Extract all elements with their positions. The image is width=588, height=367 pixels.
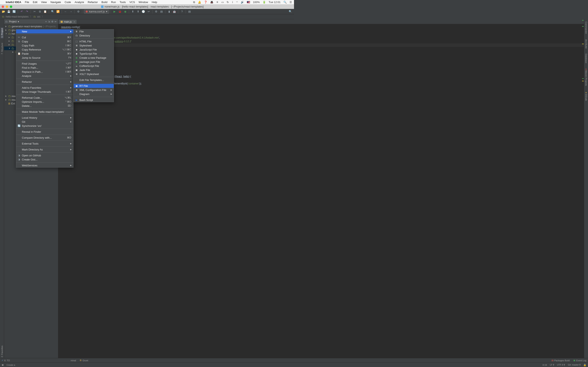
battery-percent[interactable]: 100% — [253, 1, 260, 4]
run-configuration-dropdown[interactable]: ⬣ karma.conf.js ▾ — [84, 9, 109, 14]
maximize-window-button[interactable] — [10, 6, 12, 8]
hat-icon[interactable]: 🎩 — [210, 1, 213, 4]
battery-icon[interactable]: 🔋 — [263, 1, 266, 4]
menu-item-webservices[interactable]: WebServices — [16, 163, 73, 167]
menu-item-find-usages[interactable]: Find Usages⌥F7 — [16, 62, 73, 66]
breadcrumb-src[interactable]: src — [37, 15, 40, 18]
submenu-item-js-file[interactable]: ◆JavaScript File — [74, 48, 114, 52]
device-icon[interactable]: ▮ — [167, 9, 171, 14]
wifi-icon[interactable]: ⌔ — [236, 1, 238, 4]
menu-item-local-history[interactable]: Local History — [16, 116, 73, 120]
menu-vcs[interactable]: VCS — [130, 1, 135, 4]
tab-project[interactable]: 1: Project — [1, 27, 3, 38]
help-circle-icon[interactable]: ❓ — [204, 1, 207, 4]
submenu-item-rt-file[interactable]: ▣RT File — [74, 84, 114, 88]
menu-item-compare-directory[interactable]: Compare Directory with...⌘D — [16, 136, 73, 140]
minimize-window-button[interactable] — [6, 6, 8, 8]
menu-view[interactable]: View — [41, 1, 47, 4]
hide-icon[interactable]: ⇤ — [55, 20, 57, 23]
project-pane-header[interactable]: 🗀 Project ▾ ⌖ ⇲ ⚙︎ ⇤ — [4, 19, 58, 24]
cut-icon[interactable]: ✂︎ — [32, 9, 37, 14]
submenu-item-file[interactable]: 🗎File — [74, 29, 114, 33]
menu-tools[interactable]: Tools — [120, 1, 126, 4]
menu-item-reveal-in-finder[interactable]: Reveal in Finder — [16, 130, 73, 134]
volume-icon[interactable]: 🔊 — [241, 1, 244, 4]
sync-icon[interactable]: 🔄 — [12, 9, 16, 14]
collapse-all-icon[interactable]: ⇲ — [48, 20, 50, 23]
tab-structure[interactable]: 7: Structure — [1, 42, 3, 55]
debug-icon[interactable]: 🐞 — [118, 9, 122, 14]
menu-icon[interactable]: ☰ — [290, 1, 292, 4]
help-icon[interactable]: ? — [180, 9, 184, 14]
close-window-button[interactable] — [2, 6, 4, 8]
menu-item-external-tools[interactable]: External Tools — [16, 142, 73, 146]
android-icon[interactable]: 🤖 — [172, 9, 177, 14]
settings-icon[interactable]: ⚙︎ — [154, 9, 158, 14]
menu-item-create-gist[interactable]: ◑Create Gist... — [16, 157, 73, 161]
forward-icon[interactable]: → — [69, 9, 73, 14]
menu-edit[interactable]: Edit — [33, 1, 37, 4]
menu-navigate[interactable]: Navigate — [51, 1, 61, 4]
submenu-item-ts-file[interactable]: ◆TypeScript File — [74, 52, 114, 56]
editor-tab-mainjs[interactable]: main.js × — [59, 20, 77, 24]
make-project-icon[interactable]: ⚙︎ — [76, 9, 81, 14]
submenu-item-bash-script[interactable]: ▶Bash Script — [74, 98, 114, 102]
submenu-item-html-file[interactable]: ⬚HTML File — [74, 39, 114, 43]
display-icon[interactable]: ▭ — [221, 1, 224, 4]
menu-item-copy[interactable]: ⧉Copy⌘C — [16, 39, 73, 43]
copy-icon[interactable]: ⧉ — [38, 9, 42, 14]
chevron-down-icon[interactable]: ▾ — [18, 20, 19, 23]
submenu-item-diagram[interactable]: Diagram — [74, 92, 114, 96]
vcs-commit-icon[interactable]: ⬆︎ — [136, 9, 140, 14]
menu-item-copy-reference[interactable]: Copy Reference⌥⇧⌘C — [16, 48, 73, 52]
menu-item-add-to-favorites[interactable]: Add to Favorites — [16, 86, 73, 90]
vcs-update-icon[interactable]: ⬇︎ — [130, 9, 135, 14]
menu-item-make-module[interactable]: Make Module 'hello-react-templates' — [16, 110, 73, 114]
submenu-item-directory[interactable]: 🗀Directory — [74, 33, 114, 38]
back-icon[interactable]: ← — [63, 9, 68, 14]
menu-item-synchronize[interactable]: 🔄Synchronize 'src' — [16, 124, 73, 128]
menu-refactor[interactable]: Refactor — [88, 1, 98, 4]
menu-item-optimize-imports[interactable]: Optimize Imports...⌃⌘O — [16, 100, 73, 104]
clock[interactable]: Tue 12:01 — [269, 1, 281, 4]
save-all-icon[interactable]: 💾 — [7, 9, 11, 14]
submenu-item-edit-file-templates[interactable]: Edit File Templates... — [74, 78, 114, 82]
app-name[interactable]: IntelliJ IDEA — [6, 1, 21, 4]
paste-icon[interactable]: 📋 — [43, 9, 47, 14]
menu-window[interactable]: Window — [139, 1, 148, 4]
navigation-bar[interactable]: 🗀 hello-react-templates 〉 🗀 src 〉 — [0, 14, 294, 19]
menu-run[interactable]: Run — [111, 1, 116, 4]
menu-item-analyze[interactable]: Analyze — [16, 74, 73, 78]
replace-icon[interactable]: 🔁 — [56, 9, 60, 14]
menu-item-mark-directory-as[interactable]: Mark Directory As — [16, 147, 73, 151]
structure-icon[interactable]: ▤ — [187, 9, 192, 14]
fan-icon[interactable]: ✳︎ — [216, 1, 218, 4]
menu-item-refactor[interactable]: Refactor — [16, 80, 73, 84]
submenu-item-xslt-stylesheet[interactable]: ≣XSLT Stylesheet — [74, 72, 114, 76]
submenu-item-create-package[interactable]: ◉Create a new Package — [74, 56, 114, 60]
menu-item-show-thumbnails[interactable]: Show Image Thumbnails⇧⌘T — [16, 90, 73, 94]
submenu-item-package-json[interactable]: ⬢package.json File — [74, 60, 114, 64]
scroll-from-source-icon[interactable]: ⌖ — [45, 20, 47, 23]
run-icon[interactable]: ▶ — [112, 9, 117, 14]
menu-build[interactable]: Build — [102, 1, 107, 4]
vcs-revert-icon[interactable]: ↩︎ — [146, 9, 151, 14]
submenu-item-jade-file[interactable]: ▣Jade File — [74, 68, 114, 72]
menu-item-replace-in-path[interactable]: Replace in Path...⇧⌘R — [16, 70, 73, 74]
menu-code[interactable]: Code — [65, 1, 71, 4]
find-icon[interactable]: 🔍 — [51, 9, 55, 14]
menu-file[interactable]: File — [25, 1, 29, 4]
menu-item-jump-to-source[interactable]: Jump to SourceF4 — [16, 56, 73, 60]
tree-row[interactable]: ▶🗀 generator-react-templates (~/Projects… — [4, 25, 58, 28]
menu-item-new[interactable]: New — [16, 29, 73, 33]
close-tab-icon[interactable]: × — [74, 21, 75, 23]
timemachine-icon[interactable]: ↻ — [227, 1, 229, 4]
spotlight-icon[interactable]: 🔍 — [283, 1, 287, 4]
sdk-icon[interactable]: ▤ — [159, 9, 164, 14]
menu-item-reformat-code[interactable]: Reformat Code...⌥⌘L — [16, 96, 73, 100]
menu-item-delete[interactable]: Delete...⌦ — [16, 104, 73, 108]
menu-item-paste[interactable]: 📋Paste⌘V — [16, 52, 73, 56]
submenu-item-coffee-file[interactable]: ☕︎CoffeeScript File — [74, 64, 114, 68]
menu-analyze[interactable]: Analyze — [75, 1, 84, 4]
menu-item-copy-path[interactable]: Copy Path⇧⌘C — [16, 43, 73, 48]
